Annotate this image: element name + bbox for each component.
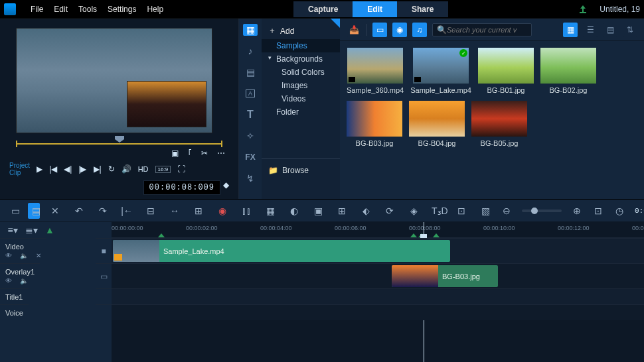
mode-capture[interactable]: Capture — [293, 1, 353, 17]
tools-icon[interactable]: ✕ — [49, 206, 61, 216]
voice-lane[interactable] — [112, 304, 644, 320]
timecode-stepper-icon[interactable]: ◆ — [223, 180, 229, 195]
mixer-icon[interactable]: ⫿⫿ — [240, 206, 252, 216]
search-box[interactable]: 🔍 — [432, 23, 532, 36]
zoom-out-icon[interactable]: ⊖ — [501, 206, 513, 216]
audio-tab-icon[interactable]: ♪ — [243, 45, 258, 57]
view-grid-icon[interactable]: ▤ — [603, 23, 617, 37]
filters-tab-icon[interactable]: ✧ — [243, 130, 258, 142]
zoom-in-icon[interactable]: ⊕ — [571, 206, 583, 216]
mode-edit[interactable]: Edit — [353, 1, 397, 17]
volume-icon[interactable]: 🔊 — [121, 164, 131, 174]
next-frame-icon[interactable]: |▶ — [78, 164, 86, 174]
play-button[interactable]: ▶ — [37, 164, 42, 174]
speaker-icon[interactable]: 🔈 — [20, 277, 28, 284]
menu-help[interactable]: Help — [147, 5, 163, 14]
tree-images[interactable]: Images — [262, 79, 340, 92]
preview-viewport[interactable] — [16, 28, 212, 133]
transform-icon[interactable]: ▣ — [312, 206, 324, 216]
title-lane[interactable] — [112, 288, 644, 304]
track-head-title1[interactable]: Title1 — [0, 288, 29, 304]
menu-file[interactable]: File — [31, 5, 43, 14]
prev-frame-icon[interactable]: ◀| — [64, 164, 72, 174]
filter-audio-icon[interactable]: ♫ — [412, 23, 427, 37]
speaker-icon[interactable]: 🔈 — [20, 252, 28, 259]
browse-button[interactable]: 📁 Browse — [262, 163, 340, 178]
overlay-clip[interactable]: BG-B03.jpg — [392, 265, 498, 287]
loop-icon[interactable]: ↻ — [108, 164, 115, 174]
library-item[interactable]: Sample_360.mp4 — [347, 48, 404, 94]
more-icon[interactable]: ⋯ — [217, 149, 225, 158]
track-head-voice[interactable]: Voice — [0, 304, 29, 320]
view-thumbs-icon[interactable]: ▦ — [563, 23, 578, 37]
timeline-view-icon[interactable]: ▤ — [28, 203, 40, 219]
mark-in-icon[interactable]: ｢ — [188, 149, 192, 158]
snap-left-icon[interactable]: |← — [121, 206, 133, 216]
mask-icon[interactable]: ◐ — [288, 206, 300, 216]
go-end-icon[interactable]: ▶| — [94, 164, 102, 174]
clock-icon[interactable]: ◷ — [613, 206, 625, 216]
library-item[interactable]: BG-B03.jpg — [347, 101, 402, 147]
overlay-lane[interactable]: BG-B03.jpg — [112, 263, 644, 288]
track-height-icon[interactable]: ≣▾ — [25, 225, 37, 235]
track-head-video[interactable]: Video 👁 🔈 ✕ — [0, 238, 46, 263]
record-icon[interactable]: ⊡ — [455, 206, 467, 216]
tree-solid-colors[interactable]: Solid Colors — [262, 66, 340, 79]
filter-all-icon[interactable]: ▭ — [372, 23, 387, 37]
tree-backgrounds[interactable]: Backgrounds — [262, 52, 340, 66]
fx-tab-icon[interactable]: FX — [243, 151, 258, 163]
multi-icon[interactable]: ▦ — [264, 206, 276, 216]
undo-icon[interactable]: ↶ — [73, 206, 85, 216]
path-tab-icon[interactable]: ↯ — [243, 172, 258, 184]
import-icon[interactable]: 📥 — [347, 23, 361, 37]
cut-icon[interactable]: ✂ — [201, 149, 208, 158]
add-media-button[interactable]: ＋Add — [262, 23, 340, 39]
timeline-ruler[interactable]: 00:00:00:0000:00:02:0000:00:04:0000:00:0… — [112, 222, 644, 238]
tree-videos[interactable]: Videos — [262, 92, 340, 105]
cue-marker[interactable] — [410, 233, 417, 237]
track-type-video-icon[interactable]: ■ — [96, 238, 112, 263]
cue-marker[interactable] — [433, 233, 440, 237]
library-item[interactable]: BG-B01.jpg — [478, 48, 534, 94]
titles-tab-icon[interactable]: A — [243, 88, 258, 99]
menu-tools[interactable]: Tools — [78, 5, 97, 14]
chapter-icon[interactable]: ◈ — [408, 206, 420, 216]
add-track-icon[interactable]: ▲ — [44, 225, 56, 235]
library-item[interactable]: ✓Sample_Lake.mp4 — [410, 48, 471, 94]
view-list-icon[interactable]: ☰ — [583, 23, 598, 37]
lock-icon[interactable]: ✕ — [36, 252, 41, 259]
eye-icon[interactable]: 👁 — [5, 252, 12, 259]
aspect-ratio[interactable]: 16:9 — [155, 166, 171, 173]
library-item[interactable]: BG-B05.jpg — [471, 101, 527, 147]
media-tab-icon[interactable]: ▦ — [243, 24, 258, 36]
tracks-content[interactable]: 00:00:00:0000:00:02:0000:00:04:0000:00:0… — [112, 222, 644, 362]
batch-icon[interactable]: ▧ — [479, 206, 491, 216]
storyboard-view-icon[interactable]: ▭ — [9, 206, 21, 216]
transitions-tab-icon[interactable]: ▤ — [243, 66, 258, 78]
eye-icon[interactable]: 👁 — [5, 277, 12, 284]
mode-share[interactable]: Share — [397, 1, 448, 17]
sort-icon[interactable]: ⇅ — [623, 23, 637, 37]
color-icon[interactable]: ◉ — [216, 206, 228, 216]
preview-timecode[interactable]: 00:00:08:009 — [143, 180, 220, 195]
crop-icon[interactable]: ▣ — [171, 149, 179, 158]
track-list-icon[interactable]: ≡▾ — [7, 225, 19, 235]
search-input[interactable] — [447, 26, 520, 34]
track-head-overlay1[interactable]: Overlay1 👁 🔈 — [0, 263, 40, 288]
fit-icon[interactable]: ⊡ — [592, 206, 604, 216]
video-lane[interactable]: Sample_Lake.mp4 — [112, 238, 644, 263]
motion-icon[interactable]: ⟳ — [384, 206, 396, 216]
filter-photo-icon[interactable]: ◉ — [392, 23, 407, 37]
marker-icon[interactable]: ⬖ — [360, 206, 372, 216]
snap-icon[interactable]: ⊟ — [145, 206, 157, 216]
track-type-title-icon[interactable] — [96, 288, 112, 304]
fullscreen-icon[interactable]: ⛶ — [177, 164, 185, 174]
zoom-slider[interactable] — [522, 210, 562, 212]
project-clip-toggle[interactable]: Project Clip — [9, 162, 30, 176]
text-tab-icon[interactable]: T — [243, 109, 258, 121]
hd-label[interactable]: HD — [138, 165, 149, 173]
library-item[interactable]: BG-B04.jpg — [409, 101, 465, 147]
redo-icon[interactable]: ↷ — [97, 206, 109, 216]
t3d-icon[interactable]: T₃D — [432, 206, 443, 216]
track-type-voice-icon[interactable] — [96, 304, 112, 320]
